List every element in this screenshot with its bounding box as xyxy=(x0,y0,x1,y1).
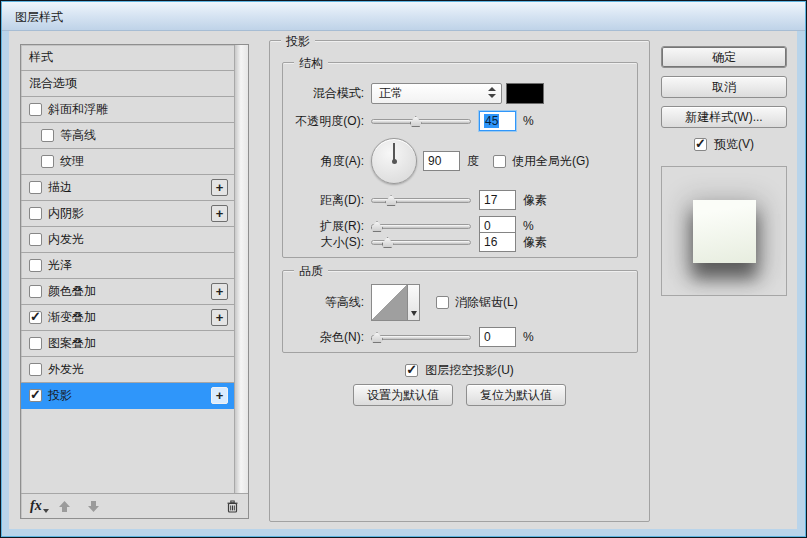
bevel-emboss-checkbox[interactable] xyxy=(29,103,42,116)
angle-row: 角度(A): 90 度 使用全局光(G) xyxy=(283,138,637,184)
sidebar-item-contour[interactable]: 等高线 xyxy=(21,123,234,149)
opacity-slider-thumb[interactable] xyxy=(410,116,422,127)
move-up-icon[interactable] xyxy=(58,500,71,513)
new-style-button[interactable]: 新建样式(W)... xyxy=(661,106,787,128)
add-stroke-instance-button[interactable] xyxy=(211,179,228,196)
color-overlay-checkbox[interactable] xyxy=(29,285,42,298)
outer-glow-checkbox[interactable] xyxy=(29,363,42,376)
structure-group-title: 结构 xyxy=(294,55,328,72)
stroke-checkbox[interactable] xyxy=(29,181,42,194)
size-input[interactable]: 16 xyxy=(479,232,516,252)
texture-checkbox[interactable] xyxy=(41,155,54,168)
sidebar-item-label: 内阴影 xyxy=(48,205,84,222)
panel-title: 投影 xyxy=(281,33,315,50)
sidebar-item-label: 纹理 xyxy=(60,153,84,170)
preview-checkbox[interactable] xyxy=(694,138,707,151)
angle-value: 90 xyxy=(428,154,441,168)
sidebar-item-drop-shadow[interactable]: 投影 xyxy=(21,383,234,409)
contour-picker-label: 等高线: xyxy=(283,294,371,311)
sidebar-item-label: 等高线 xyxy=(60,127,96,144)
noise-value: 0 xyxy=(484,330,491,344)
cancel-button[interactable]: 取消 xyxy=(661,76,787,98)
chevron-down-icon[interactable] xyxy=(408,284,420,321)
shadow-color-swatch[interactable] xyxy=(506,83,544,104)
angle-input[interactable]: 90 xyxy=(423,151,460,171)
sidebar-item-label: 外发光 xyxy=(48,361,84,378)
titlebar[interactable]: 图层样式 xyxy=(2,2,805,31)
blend-mode-row: 混合模式: 正常 xyxy=(283,82,637,104)
quality-group-title: 品质 xyxy=(294,263,328,280)
noise-input[interactable]: 0 xyxy=(479,327,516,347)
sidebar-item-color-overlay[interactable]: 颜色叠加 xyxy=(21,279,234,305)
size-slider-thumb[interactable] xyxy=(382,237,394,248)
contour-checkbox[interactable] xyxy=(41,129,54,142)
add-color-overlay-instance-button[interactable] xyxy=(211,283,228,300)
sidebar-item-label: 描边 xyxy=(48,179,72,196)
reset-default-button[interactable]: 复位为默认值 xyxy=(466,384,566,406)
angle-dial-hub xyxy=(392,159,397,164)
noise-unit: % xyxy=(523,330,534,344)
dialog-content: 样式 混合选项 斜面和浮雕 等高线 纹理 xyxy=(9,31,797,529)
sidebar-item-styles[interactable]: 样式 xyxy=(21,45,234,71)
sidebar-item-label: 图案叠加 xyxy=(48,335,96,352)
preview-check-row: 预览(V) xyxy=(661,136,787,153)
layer-knockout-checkbox[interactable] xyxy=(405,364,418,377)
noise-slider[interactable] xyxy=(371,330,471,344)
drop-shadow-checkbox[interactable] xyxy=(29,389,42,402)
distance-input[interactable]: 17 xyxy=(479,190,516,210)
opacity-label: 不透明度(O): xyxy=(283,113,371,130)
style-list: 样式 混合选项 斜面和浮雕 等高线 纹理 xyxy=(20,44,249,519)
blend-mode-select[interactable]: 正常 xyxy=(371,83,502,104)
inner-glow-checkbox[interactable] xyxy=(29,233,42,246)
size-value: 16 xyxy=(484,235,497,249)
angle-dial[interactable] xyxy=(371,138,417,184)
sidebar-item-pattern-overlay[interactable]: 图案叠加 xyxy=(21,331,234,357)
sidebar-item-inner-shadow[interactable]: 内阴影 xyxy=(21,201,234,227)
use-global-light-label: 使用全局光(G) xyxy=(512,153,589,170)
ok-button[interactable]: 确定 xyxy=(661,46,787,68)
gradient-overlay-checkbox[interactable] xyxy=(29,311,42,324)
move-down-icon[interactable] xyxy=(87,500,100,513)
delete-icon[interactable] xyxy=(226,500,239,513)
opacity-slider[interactable] xyxy=(371,114,471,128)
style-list-scrollbar[interactable] xyxy=(234,45,248,493)
drop-shadow-panel: 投影 结构 混合模式: 正常 不透明度(O): xyxy=(269,40,650,522)
distance-slider-thumb[interactable] xyxy=(385,195,397,206)
antialias-checkbox[interactable] xyxy=(436,296,449,309)
size-slider[interactable] xyxy=(371,235,471,249)
sidebar-item-texture[interactable]: 纹理 xyxy=(21,149,234,175)
dialog-title: 图层样式 xyxy=(15,9,63,26)
sidebar-item-inner-glow[interactable]: 内发光 xyxy=(21,227,234,253)
pattern-overlay-checkbox[interactable] xyxy=(29,337,42,350)
sidebar-item-blending-options[interactable]: 混合选项 xyxy=(21,71,234,97)
sidebar-item-bevel-emboss[interactable]: 斜面和浮雕 xyxy=(21,97,234,123)
inner-shadow-checkbox[interactable] xyxy=(29,207,42,220)
satin-checkbox[interactable] xyxy=(29,259,42,272)
noise-row: 杂色(N): 0 % xyxy=(283,326,637,348)
add-inner-shadow-instance-button[interactable] xyxy=(211,205,228,222)
defaults-buttons-row: 设置为默认值 复位为默认值 xyxy=(270,384,649,406)
sidebar-item-outer-glow[interactable]: 外发光 xyxy=(21,357,234,383)
sidebar-item-stroke[interactable]: 描边 xyxy=(21,175,234,201)
sidebar-item-label: 光泽 xyxy=(48,257,72,274)
add-gradient-overlay-instance-button[interactable] xyxy=(211,309,228,326)
preview-thumbnail xyxy=(661,166,787,296)
sidebar-item-gradient-overlay[interactable]: 渐变叠加 xyxy=(21,305,234,331)
sidebar-item-satin[interactable]: 光泽 xyxy=(21,253,234,279)
set-default-button[interactable]: 设置为默认值 xyxy=(353,384,453,406)
distance-row: 距离(D): 17 像素 xyxy=(283,189,637,211)
noise-slider-thumb[interactable] xyxy=(371,332,383,343)
distance-slider[interactable] xyxy=(371,193,471,207)
use-global-light-checkbox[interactable] xyxy=(493,155,506,168)
style-list-toolbar: fx xyxy=(21,493,248,518)
opacity-input[interactable]: 45 xyxy=(479,111,516,131)
sidebar-item-label: 颜色叠加 xyxy=(48,283,96,300)
noise-label: 杂色(N): xyxy=(283,329,371,346)
contour-thumbnail[interactable] xyxy=(371,284,408,321)
distance-label: 距离(D): xyxy=(283,192,371,209)
sidebar-item-label: 内发光 xyxy=(48,231,84,248)
fx-icon[interactable]: fx xyxy=(30,498,42,514)
action-column: 确定 取消 新建样式(W)... 预览(V) xyxy=(661,46,787,296)
sidebar-item-label: 斜面和浮雕 xyxy=(48,101,108,118)
add-drop-shadow-instance-button[interactable] xyxy=(211,387,228,404)
